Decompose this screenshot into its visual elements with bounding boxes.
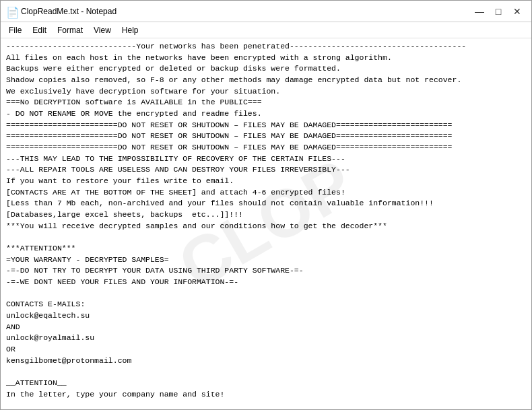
menu-edit[interactable]: Edit xyxy=(27,24,52,36)
window-title: ClopReadMe.txt - Notepad xyxy=(21,7,117,16)
menu-format[interactable]: Format xyxy=(52,24,88,36)
maximize-button[interactable]: □ xyxy=(490,3,507,20)
menu-file[interactable]: File xyxy=(3,24,27,36)
notepad-window: 📄 ClopReadMe.txt - Notepad — □ ✕ File Ed… xyxy=(0,0,532,410)
text-area[interactable]: CLOP ----------------------------Your ne… xyxy=(1,38,531,409)
close-button[interactable]: ✕ xyxy=(508,3,526,20)
menu-bar: File Edit Format View Help xyxy=(1,22,531,38)
app-icon: 📄 xyxy=(6,6,17,17)
window-controls: — □ ✕ xyxy=(471,3,526,20)
title-bar-left: 📄 ClopReadMe.txt - Notepad xyxy=(6,6,117,17)
title-bar: 📄 ClopReadMe.txt - Notepad — □ ✕ xyxy=(1,1,531,22)
document-content: ----------------------------Your network… xyxy=(6,41,526,409)
menu-view[interactable]: View xyxy=(88,24,117,36)
menu-help[interactable]: Help xyxy=(117,24,144,36)
minimize-button[interactable]: — xyxy=(471,3,488,20)
